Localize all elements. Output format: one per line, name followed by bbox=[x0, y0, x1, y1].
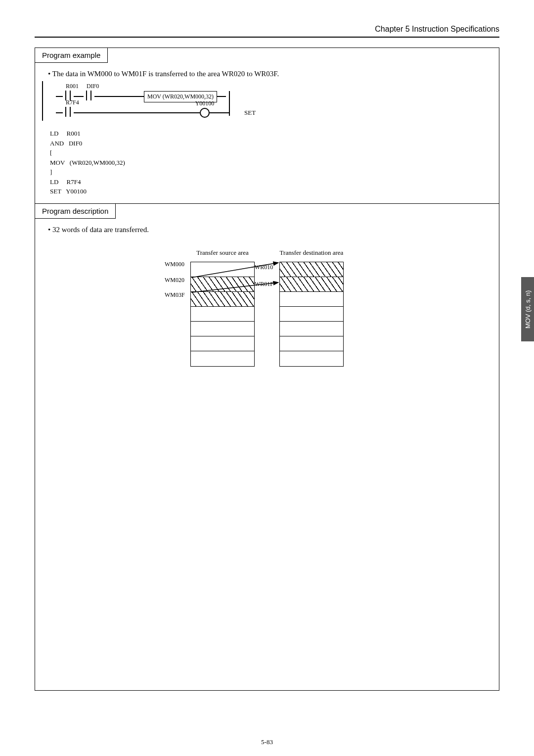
ladder-row-2: R7F4 Y00100 SET bbox=[49, 104, 449, 122]
memory-diagram: Transfer source area WM000 WM020 WM03F T… bbox=[35, 237, 499, 378]
mem-cell bbox=[280, 292, 343, 307]
wire bbox=[56, 96, 63, 97]
mnemonic-line: [ bbox=[50, 149, 52, 156]
page-header: Chapter 5 Instruction Specifications bbox=[35, 25, 499, 38]
mem-cell bbox=[280, 307, 343, 322]
mnemonic-line: LD R001 bbox=[50, 130, 81, 137]
wire bbox=[56, 112, 63, 113]
contact-icon bbox=[63, 107, 74, 117]
mem-cell bbox=[280, 336, 343, 351]
set-label: SET bbox=[244, 109, 256, 117]
source-box bbox=[190, 262, 255, 367]
dest-title: Transfer destination area bbox=[279, 249, 344, 257]
mnemonic-line: ] bbox=[50, 168, 52, 176]
mem-cell bbox=[191, 307, 254, 322]
mem-cell-dest-bot bbox=[280, 277, 343, 292]
mnemonic-line: AND DIF0 bbox=[50, 140, 82, 147]
mem-label-wm03f: WM03F bbox=[165, 291, 185, 299]
content-frame: Program example The data in WM000 to WM0… bbox=[35, 47, 499, 691]
wire bbox=[74, 112, 200, 113]
transfer-arrows-icon bbox=[250, 261, 284, 290]
mem-label-wm000: WM000 bbox=[165, 261, 184, 268]
mem-cell-source-transfer-bot bbox=[191, 292, 254, 307]
left-rail bbox=[42, 81, 43, 121]
source-title: Transfer source area bbox=[190, 249, 255, 257]
coil-icon bbox=[200, 108, 210, 118]
program-description-title: Program description bbox=[35, 204, 116, 219]
program-example-title: Program example bbox=[35, 48, 108, 63]
mem-cell-dest-top bbox=[280, 262, 343, 277]
mem-cell bbox=[280, 322, 343, 336]
mnemonic-line: MOV (WR020,WM000,32) bbox=[50, 159, 125, 166]
wire bbox=[74, 96, 84, 97]
page-footer: 5-83 bbox=[0, 738, 534, 746]
coil-y00100: Y00100 bbox=[200, 108, 210, 118]
contact-label: DIF0 bbox=[87, 83, 99, 90]
coil-label: Y00100 bbox=[195, 100, 215, 107]
desc-bullet: 32 words of data are transferred. bbox=[35, 219, 499, 237]
mem-cell bbox=[191, 336, 254, 351]
dest-box bbox=[279, 262, 344, 367]
dest-column: Transfer destination area WR010 WR01F bbox=[279, 249, 344, 367]
wire bbox=[217, 96, 226, 97]
wire bbox=[94, 96, 144, 97]
mnemonic-line: SET Y00100 bbox=[50, 188, 87, 195]
mem-cell-source-transfer-top bbox=[191, 277, 254, 292]
ladder-row-1: R001 DIF0 MOV (WR020,WM000,32) bbox=[49, 86, 449, 104]
contact-dif0: DIF0 bbox=[84, 91, 94, 102]
mem-cell bbox=[191, 351, 254, 366]
mem-cell bbox=[191, 322, 254, 336]
contact-icon bbox=[84, 91, 94, 100]
mem-label-wm020: WM020 bbox=[165, 277, 184, 284]
mnemonic-listing: LD R001 AND DIF0 [ MOV (WR020,WM000,32) … bbox=[35, 124, 499, 203]
side-tab: MOV (d, s, n) bbox=[521, 277, 534, 341]
example-bullet: The data in WM000 to WM01F is transferre… bbox=[35, 63, 499, 81]
wire bbox=[210, 112, 229, 113]
contact-r7f4: R7F4 bbox=[63, 107, 74, 119]
mnemonic-line: LD R7F4 bbox=[50, 178, 81, 186]
mem-cell bbox=[280, 351, 343, 366]
contact-label: R001 bbox=[66, 83, 79, 90]
mem-cell bbox=[191, 262, 254, 277]
contact-label: R7F4 bbox=[66, 99, 79, 106]
ladder-diagram: R001 DIF0 MOV (WR020,WM000,32) R7F4 Y001… bbox=[35, 81, 499, 124]
source-column: Transfer source area WM000 WM020 WM03F bbox=[190, 249, 255, 367]
